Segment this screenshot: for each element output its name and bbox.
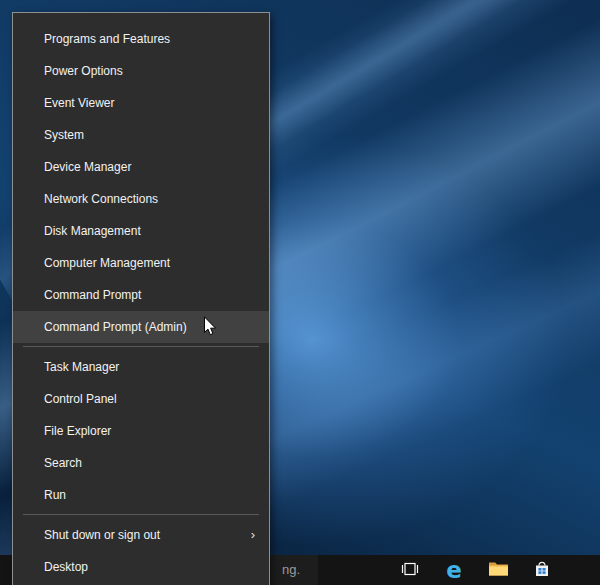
menu-item-label: Power Options [44,55,257,87]
edge-icon: e [446,559,462,582]
winx-menu: Programs and Features Power Options Even… [12,12,270,585]
menu-item-label: Search [44,447,257,479]
task-view-icon [400,559,420,582]
menu-item-label: Event Viewer [44,87,257,119]
menu-item-power-options[interactable]: Power Options [13,55,269,87]
menu-item-shut-down-or-sign-out[interactable]: Shut down or sign out › [13,519,269,551]
menu-item-label: Disk Management [44,215,257,247]
menu-item-device-manager[interactable]: Device Manager [13,151,269,183]
menu-item-label: Programs and Features [44,23,257,55]
menu-item-disk-management[interactable]: Disk Management [13,215,269,247]
menu-item-label: System [44,119,257,151]
menu-item-event-viewer[interactable]: Event Viewer [13,87,269,119]
menu-separator [23,346,259,347]
menu-item-network-connections[interactable]: Network Connections [13,183,269,215]
menu-item-control-panel[interactable]: Control Panel [13,383,269,415]
menu-item-label: Command Prompt (Admin) [44,311,257,343]
menu-item-search[interactable]: Search [13,447,269,479]
task-view-button[interactable] [388,555,432,585]
menu-item-file-explorer[interactable]: File Explorer [13,415,269,447]
menu-item-label: Device Manager [44,151,257,183]
menu-item-label: Control Panel [44,383,257,415]
taskbar-icons: e [388,555,564,585]
file-explorer-button[interactable] [476,555,520,585]
menu-item-label: Network Connections [44,183,257,215]
menu-item-label: Command Prompt [44,279,257,311]
menu-item-label: Run [44,479,257,511]
menu-item-label: File Explorer [44,415,257,447]
taskbar-search-box[interactable]: ng. [270,555,318,585]
menu-item-label: Shut down or sign out [44,519,251,551]
menu-item-label: Desktop [44,551,257,583]
menu-item-system[interactable]: System [13,119,269,151]
edge-button[interactable]: e [432,555,476,585]
menu-item-run[interactable]: Run [13,479,269,511]
store-button[interactable] [520,555,564,585]
store-icon [532,559,552,582]
menu-item-label: Task Manager [44,351,257,383]
submenu-arrow-icon: › [251,519,257,551]
menu-separator [23,514,259,515]
menu-item-desktop[interactable]: Desktop [13,551,269,583]
menu-item-command-prompt-admin[interactable]: Command Prompt (Admin) [13,311,269,343]
menu-item-task-manager[interactable]: Task Manager [13,351,269,383]
menu-item-command-prompt[interactable]: Command Prompt [13,279,269,311]
menu-item-programs-and-features[interactable]: Programs and Features [13,23,269,55]
file-explorer-icon [488,560,509,580]
menu-item-computer-management[interactable]: Computer Management [13,247,269,279]
menu-item-label: Computer Management [44,247,257,279]
